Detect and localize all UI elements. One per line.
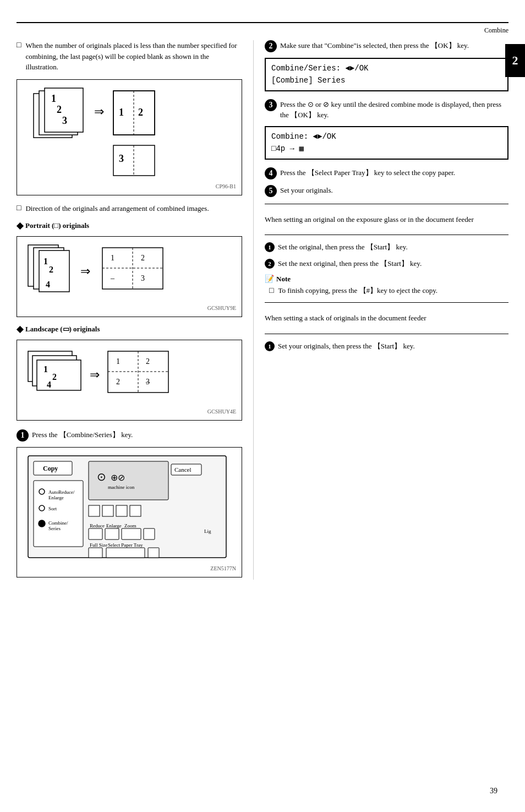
step-5-container: 5 Set your originals. [265,185,508,197]
note-icon: 📝 [265,274,274,284]
landscape-svg: 1 2 4 ⇒ 1 2 2 – 3 [23,346,232,406]
control-panel-diagram: Copy AutoReduce/ Enlarge Sort Combine/ S… [17,447,242,577]
step-4-number: 4 [265,167,277,179]
svg-text:3: 3 [119,153,124,164]
blank-pages-svg-2: 3 [23,143,232,181]
step-3-container: 3 Press the ⊙ or ⊘ key until the desired… [265,99,508,121]
note-checkbox: □ [269,286,274,295]
svg-text:Combine/: Combine/ [48,520,68,526]
svg-rect-74 [122,528,141,539]
svg-text:Series: Series [48,526,61,531]
step-1-container: 1 Press the 【Combine/Series】 key. [17,429,242,442]
svg-text:Reduce: Reduce [90,523,105,528]
svg-text:machine icon: machine icon [108,484,135,490]
svg-text:Zoom: Zoom [124,523,136,528]
svg-text:1: 1 [111,254,114,262]
divider-3 [265,302,508,303]
step-1-number: 1 [17,429,29,442]
svg-rect-72 [89,528,102,539]
lcd-line-2-2: [Combine] Series [271,74,502,86]
when-glass-header: When setting an original on the exposure… [265,211,508,228]
lcd-line-2-1: Combine/Series: ◄►/OK [271,62,502,74]
when-glass-step-1: 1 Set the original, then press the 【Star… [265,242,508,253]
svg-point-56 [39,520,45,527]
blank-pages-svg: 1 2 3 ⇒ 1 2 [23,85,232,146]
svg-text:2: 2 [146,357,150,366]
svg-text:2: 2 [52,372,57,382]
portrait-label: Portrait (□) originals [25,221,89,230]
step-3-text: Press the ⊙ or ⊘ key until the desired c… [280,99,508,121]
bullet-item-1: □ When the number of originals placed is… [17,40,242,73]
note-header: 📝 Note [265,274,508,284]
svg-text:Cancel: Cancel [174,466,192,473]
right-column: 2 Make sure that "Combine"is selected, t… [253,40,508,580]
section-label: Combine [484,26,508,35]
page-number: 39 [490,787,497,795]
svg-text:1: 1 [51,93,56,104]
svg-rect-66 [102,505,113,516]
checkbox-symbol-2: □ [17,204,21,212]
lcd-line-3-1: Combine: ◄►/OK [271,130,502,143]
when-stack-step-1-num: 1 [265,341,275,351]
svg-rect-68 [130,505,141,516]
svg-text:AutoReduce/: AutoReduce/ [48,489,75,495]
svg-text:1: 1 [119,107,124,118]
control-panel-svg: Copy AutoReduce/ Enlarge Sort Combine/ S… [23,453,232,563]
portrait-svg: 1 2 4 ⇒ 1 2 – 3 [23,242,232,303]
step-4-container: 4 Press the 【Select Paper Tray】 key to s… [265,167,508,179]
checkbox-symbol-1: □ [17,41,21,50]
when-glass-step-1-num: 1 [265,242,275,252]
svg-text:2: 2 [138,107,143,118]
landscape-label: Landscape (▭) originals [25,325,100,334]
svg-text:⇒: ⇒ [90,368,100,382]
svg-text:3: 3 [141,274,145,282]
lcd-display-3: Combine: ◄►/OK □4p → ▦ [265,126,508,160]
when-glass-step-2-text: Set the next original, then press the 【S… [278,258,508,269]
when-glass-step-2-num: 2 [265,259,275,269]
svg-text:3: 3 [146,378,150,386]
svg-text:2: 2 [116,378,120,386]
landscape-diagram-label: GCSHUY4E [23,408,236,415]
bullet-text-1: When the number of originals placed is l… [25,40,242,73]
when-glass-step-1-text: Set the original, then press the 【Start】… [278,242,508,253]
svg-text:⇒: ⇒ [94,105,104,118]
svg-text:Lig: Lig [204,528,211,534]
step-5-text: Set your originals. [280,185,508,196]
svg-text:2: 2 [49,265,53,274]
page: Combine 2 □ When the number of originals… [0,0,525,812]
svg-text:–: – [110,274,115,282]
svg-text:4: 4 [47,380,51,389]
step-5-number: 5 [265,185,277,197]
divider-2 [265,235,508,235]
lcd-line-3-2: □4p → ▦ [271,143,502,155]
top-border [17,22,508,23]
main-content: □ When the number of originals placed is… [17,40,508,580]
svg-rect-79 [106,548,145,558]
diagram-label-1: CP96-B1 [23,183,236,189]
landscape-header: ◆ Landscape (▭) originals [17,324,242,334]
lcd-display-2: Combine/Series: ◄►/OK [Combine] Series [265,58,508,91]
svg-text:Copy: Copy [43,465,58,472]
svg-text:1: 1 [116,357,120,366]
svg-text:2: 2 [57,104,62,115]
svg-rect-78 [89,548,102,558]
svg-rect-65 [89,505,100,516]
svg-text:⊙: ⊙ [97,471,106,483]
header-area: Combine [0,23,525,40]
svg-text:Full Size: Full Size [90,542,107,548]
svg-rect-67 [116,505,127,516]
svg-text:Sort: Sort [48,506,57,511]
svg-rect-80 [148,548,159,558]
svg-text:3: 3 [62,115,67,126]
step-2-text: Make sure that "Combine"is selected, the… [280,40,508,51]
svg-rect-75 [144,528,155,539]
step-1-text: Press the 【Combine/Series】 key. [32,429,242,440]
portrait-diagram: 1 2 4 ⇒ 1 2 – 3 GCSHUY9E [17,236,242,317]
chapter-tab: 2 [505,44,525,77]
svg-rect-12 [113,139,155,142]
bullet-item-2: □ Direction of the originals and arrange… [17,203,242,214]
svg-text:4: 4 [46,280,50,289]
svg-text:1: 1 [43,257,48,266]
svg-text:⊕⊘: ⊕⊘ [111,473,125,482]
step-3-number: 3 [265,99,277,111]
